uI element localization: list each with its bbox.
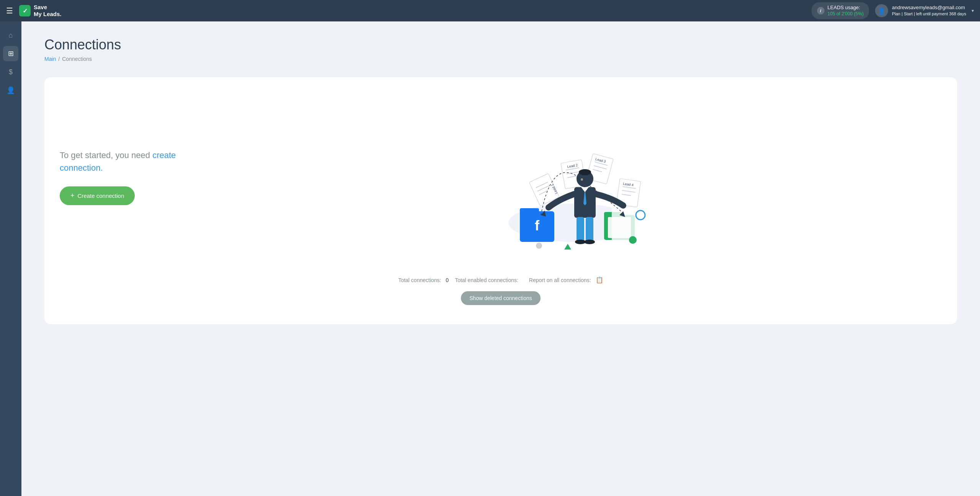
svg-point-46 xyxy=(536,243,542,249)
svg-rect-39 xyxy=(586,217,593,242)
sidebar-item-billing[interactable]: $ xyxy=(3,64,18,80)
logo-text: Save My Leads. xyxy=(34,4,62,18)
user-info: andrewsavemyleads@gmail.com Plan | Start… xyxy=(892,5,966,16)
total-connections-value: 0 xyxy=(446,277,449,283)
svg-point-41 xyxy=(584,240,595,244)
create-connection-button[interactable]: + Create connection xyxy=(60,186,135,205)
user-avatar: 👤 xyxy=(875,4,888,17)
total-enabled-label: Total enabled connections: xyxy=(455,277,518,283)
report-label: Report on all connections: xyxy=(529,277,591,283)
chevron-down-icon: ▾ xyxy=(972,8,974,13)
breadcrumb: Main / Connections xyxy=(44,56,957,62)
breadcrumb-current: Connections xyxy=(62,56,92,62)
total-connections-stat: Total connections: 0 xyxy=(398,277,449,283)
svg-marker-42 xyxy=(562,244,573,250)
svg-point-33 xyxy=(579,169,591,175)
logo: ✓ Save My Leads. xyxy=(19,4,62,18)
illustration-area: f Lead xyxy=(213,100,942,253)
bottom-section: Total connections: 0 Total enabled conne… xyxy=(398,261,603,305)
empty-state-card: To get started, you need create connecti… xyxy=(44,77,957,324)
svg-rect-4 xyxy=(520,208,539,215)
main-content: Connections Main / Connections To get st… xyxy=(21,21,980,496)
breadcrumb-main-link[interactable]: Main xyxy=(44,56,56,62)
svg-point-34 xyxy=(581,178,583,181)
empty-state-text-section: To get started, you need create connecti… xyxy=(60,149,213,205)
sidebar: ⌂ ⊞ $ 👤 xyxy=(0,21,21,496)
breadcrumb-separator: / xyxy=(58,56,60,62)
svg-rect-38 xyxy=(577,217,584,242)
leads-usage-text: LEADS usage: 105 of 2'000 (5%) xyxy=(828,5,864,17)
empty-state-text: To get started, you need create connecti… xyxy=(60,149,213,174)
svg-point-40 xyxy=(575,240,586,244)
total-enabled-stat: Total enabled connections: xyxy=(455,277,523,283)
sidebar-item-home[interactable]: ⌂ xyxy=(3,28,18,43)
menu-icon[interactable]: ☰ xyxy=(6,7,13,15)
create-button-label: Create connection xyxy=(78,193,124,199)
info-icon: i xyxy=(817,7,825,15)
leads-usage-widget: i LEADS usage: 105 of 2'000 (5%) xyxy=(812,2,869,19)
svg-point-44 xyxy=(629,236,637,244)
show-deleted-button[interactable]: Show deleted connections xyxy=(461,291,540,305)
top-navigation: ☰ ✓ Save My Leads. i LEADS usage: 105 of… xyxy=(0,0,980,21)
footer-stats: Total connections: 0 Total enabled conne… xyxy=(398,276,603,284)
sidebar-item-account[interactable]: 👤 xyxy=(3,83,18,98)
logo-icon: ✓ xyxy=(19,5,31,16)
svg-rect-9 xyxy=(612,207,642,244)
report-icon[interactable]: 📋 xyxy=(596,276,603,284)
page-title: Connections xyxy=(44,37,957,53)
plus-icon: + xyxy=(70,192,75,200)
user-plan: Plan | Start | left until payment 368 da… xyxy=(892,11,966,16)
user-section[interactable]: 👤 andrewsavemyleads@gmail.com Plan | Sta… xyxy=(875,4,974,17)
report-stat: Report on all connections: 📋 xyxy=(529,276,603,284)
total-connections-label: Total connections: xyxy=(398,277,441,283)
sidebar-item-connections[interactable]: ⊞ xyxy=(3,46,18,61)
svg-text:f: f xyxy=(535,218,540,233)
